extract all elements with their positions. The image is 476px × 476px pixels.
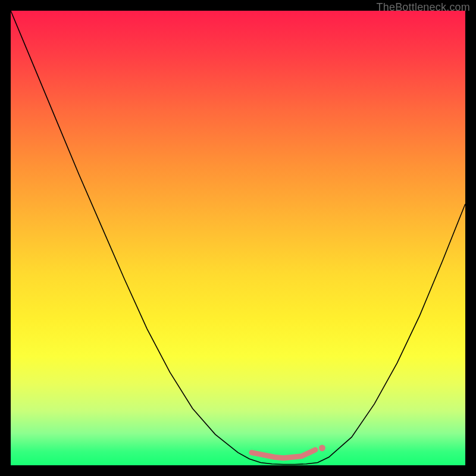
chart-svg — [11, 11, 465, 465]
curve-line — [11, 11, 465, 464]
plot-area — [11, 11, 465, 465]
chart-frame: { "watermark": "TheBottleneck.com", "cha… — [0, 0, 476, 476]
watermark-text: TheBottleneck.com — [377, 1, 470, 14]
marker-dot — [319, 444, 325, 451]
marker-line — [252, 450, 315, 458]
marker-cluster — [252, 444, 325, 458]
bottleneck-curve — [11, 11, 465, 464]
